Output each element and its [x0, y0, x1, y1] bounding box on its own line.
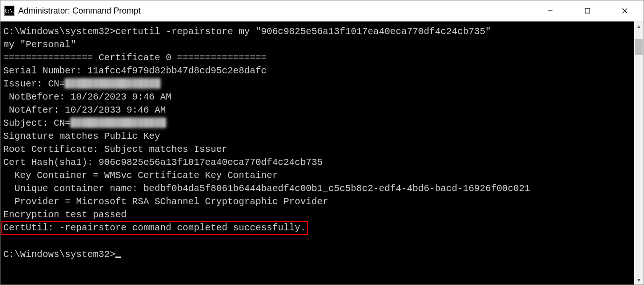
maximize-button[interactable] [569, 0, 606, 21]
close-icon [622, 7, 628, 14]
scroll-thumb[interactable] [635, 39, 643, 55]
redacted-issuer: █████████████████ [65, 78, 160, 91]
svg-rect-1 [585, 8, 590, 13]
output-line: Issuer: CN= [3, 78, 65, 89]
output-line: NotAfter: 10/23/2033 9:46 AM [3, 105, 166, 115]
prompt: C:\Windows\system32> [3, 26, 115, 37]
titlebar: C:\. Administrator: Command Prompt [0, 0, 644, 21]
output-line: Signature matches Public Key [3, 131, 160, 142]
output-line: Key Container = WMSvc Certificate Key Co… [3, 170, 278, 181]
scroll-down-arrow-icon[interactable]: ▼ [634, 275, 644, 285]
minimize-icon [547, 7, 553, 14]
console-area: C:\Windows\system32>certutil -repairstor… [0, 21, 644, 285]
window-title: Administrator: Command Prompt [18, 6, 531, 16]
command-text: certutil -repairstore my "906c9825e56a13… [115, 26, 491, 37]
prompt: C:\Windows\system32> [3, 249, 115, 260]
output-line: Serial Number: 11afcc4f979d82bb47d8cd95c… [3, 65, 267, 76]
output-line: Provider = Microsoft RSA SChannel Crypto… [3, 196, 328, 207]
vertical-scrollbar[interactable]: ▲ ▼ [634, 21, 644, 285]
close-button[interactable] [606, 0, 644, 21]
cmd-app-icon: C:\. [4, 6, 14, 16]
output-line: Subject: CN= [3, 118, 71, 128]
success-message-highlighted: CertUtil: -repairstore command completed… [1, 221, 308, 235]
output-line: Root Certificate: Subject matches Issuer [3, 144, 227, 155]
output-line: ================ Certificate 0 =========… [3, 52, 267, 63]
window-controls [531, 0, 644, 21]
output-line: Encryption test passed [3, 209, 127, 220]
console-output[interactable]: C:\Windows\system32>certutil -repairstor… [0, 21, 634, 285]
cursor [115, 256, 121, 258]
redacted-subject: █████████████████ [71, 117, 166, 130]
output-line: NotBefore: 10/26/2023 9:46 AM [3, 92, 171, 102]
scroll-up-arrow-icon[interactable]: ▲ [634, 21, 644, 31]
output-line: my "Personal" [3, 39, 76, 50]
maximize-icon [584, 7, 591, 14]
output-line: Cert Hash(sha1): 906c9825e56a13f1017ea40… [3, 157, 323, 168]
output-line: Unique container name: bedbf0b4da5f8061b… [3, 183, 530, 194]
minimize-button[interactable] [531, 0, 569, 21]
